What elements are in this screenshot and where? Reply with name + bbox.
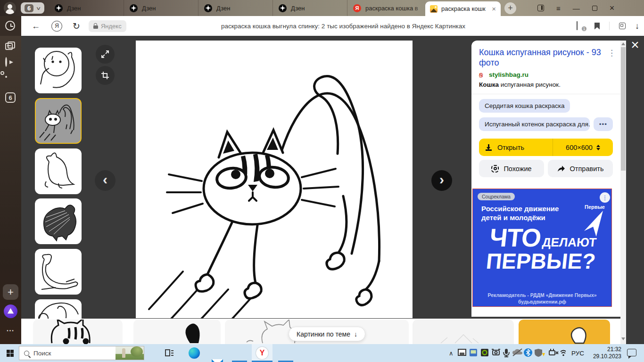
screenshot-icon[interactable]	[5, 76, 16, 87]
related-thumbnail[interactable]	[413, 320, 514, 344]
start-button[interactable]	[7, 350, 14, 357]
prev-image-button[interactable]: ‹	[95, 170, 116, 191]
expand-icon	[101, 50, 109, 58]
thumbnail-1[interactable]	[35, 48, 82, 93]
feed-icon[interactable]	[5, 41, 16, 52]
reload-icon[interactable]: ↻	[73, 21, 80, 32]
tab-dzen-1[interactable]: Дзен	[49, 0, 124, 16]
tab-dzen-2[interactable]: Дзен	[124, 0, 198, 16]
alice-assistant-icon[interactable]	[4, 304, 17, 318]
app-tray-icon[interactable]	[470, 349, 477, 356]
microphone-icon[interactable]	[504, 349, 509, 357]
crop-button[interactable]	[96, 66, 115, 85]
rail-top-spacer	[0, 16, 21, 36]
scrollbar-up-arrow[interactable]	[621, 42, 625, 45]
language-indicator[interactable]: РУС	[571, 350, 584, 357]
tag-chip-2[interactable]: Испуганный котенок раскраска для...	[479, 117, 590, 131]
ad-banner[interactable]: Соцреклама ⋮ Российское движениедетей и …	[472, 189, 612, 307]
main-image[interactable]	[136, 41, 413, 318]
next-image-button[interactable]: ›	[431, 170, 452, 191]
minimize-button[interactable]: —	[573, 4, 580, 12]
bookmark-icon[interactable]	[594, 23, 600, 30]
browser-window: 6 ∨ Дзен Дзен Дзен Дзен Яраскраска кошка…	[0, 0, 644, 362]
tab-images-active[interactable]: раскраска кошк ×	[425, 1, 501, 16]
wifi-icon[interactable]	[561, 351, 566, 356]
tray-chevron-icon[interactable]: ∧	[449, 350, 454, 357]
monitor-icon[interactable]	[458, 349, 466, 355]
related-thumbnail[interactable]	[33, 320, 123, 344]
thumbnail-6[interactable]	[35, 299, 82, 319]
rail-add-button[interactable]: +	[3, 284, 18, 300]
kebab-menu-icon[interactable]: ⋮	[608, 48, 616, 58]
similar-button[interactable]: Похожие	[479, 160, 544, 177]
tabs-counter-icon[interactable]: 6	[5, 92, 16, 103]
size-selector[interactable]: 600×600	[553, 139, 613, 156]
tab-search[interactable]: Яраскраска кошка в	[347, 0, 425, 16]
yandex-icon: Я	[353, 4, 361, 12]
camera-icon[interactable]	[492, 349, 500, 355]
fullscreen-button[interactable]	[96, 45, 115, 64]
tab-close-icon[interactable]: ×	[492, 5, 496, 13]
thumbnail-5[interactable]	[35, 249, 82, 295]
download-icon[interactable]: ↓	[635, 21, 639, 31]
search-engine-chip[interactable]: Яндекс	[89, 20, 126, 32]
window-close-button[interactable]: ×	[610, 3, 615, 13]
date: 29.10.2023	[587, 353, 621, 360]
taskbar-search[interactable]: Поиск	[19, 346, 144, 360]
related-thumbnail[interactable]	[133, 320, 221, 344]
side-panel-icon[interactable]	[537, 5, 544, 11]
related-thumbnail[interactable]	[519, 320, 610, 344]
divider	[609, 22, 610, 30]
tag-chip-1[interactable]: Сердитая кошка раскраска	[479, 99, 570, 113]
image-title-link[interactable]: Кошка испуганная рисунок - 93 фото	[479, 47, 606, 68]
system-tray: ∧	[449, 347, 566, 359]
time: 21:32	[587, 346, 621, 353]
nvidia-icon[interactable]	[481, 349, 488, 356]
more-tags-chip[interactable]: •••	[594, 117, 613, 131]
yandex-services-icon[interactable]: Я	[51, 21, 62, 32]
send-button[interactable]: Отправить	[548, 160, 613, 177]
scrollbar-down-arrow[interactable]	[621, 337, 625, 340]
dzen-icon	[55, 4, 63, 12]
thumbnail-2-selected[interactable]	[35, 98, 82, 144]
history-clock-icon[interactable]	[5, 21, 15, 31]
divider	[471, 94, 620, 94]
address-toolbar: ← Я ↻ Яндекс раскраска кошка выгнула спи…	[21, 16, 644, 36]
notifications-icon[interactable]	[627, 349, 636, 356]
thumbnail-4[interactable]	[35, 198, 82, 244]
video-icon[interactable]	[5, 58, 16, 69]
restore-button[interactable]	[592, 6, 597, 11]
taskbar-clock[interactable]: 21:32 29.10.2023	[587, 346, 621, 360]
related-images-button[interactable]: Картинки по теме ↓	[289, 327, 365, 341]
rail-more-icon[interactable]: •••	[0, 328, 21, 333]
thumbnail-3[interactable]	[35, 148, 82, 194]
profile-avatar[interactable]	[4, 2, 16, 14]
tab-group-pill[interactable]: 6 ∨	[21, 2, 44, 14]
bluetooth-icon[interactable]	[524, 348, 532, 357]
ad-disclaimer: Рекламодатель - РДДМ «Движение Первых»бу…	[473, 292, 611, 305]
viewer-close-button[interactable]: ×	[627, 38, 643, 54]
image-description: Кошка испуганная рисунок.	[479, 81, 613, 88]
scrollbar-thumb[interactable]	[621, 47, 626, 171]
dzen-icon	[279, 4, 287, 12]
source-link[interactable]: stylishbag.ru	[489, 71, 528, 78]
crop-icon	[101, 71, 109, 80]
new-tab-button[interactable]: +	[504, 2, 516, 14]
tab-dzen-4[interactable]: Дзен	[272, 0, 347, 16]
back-icon[interactable]: ←	[32, 21, 40, 31]
tab-dzen-3[interactable]: Дзен	[198, 0, 272, 16]
mail-icon[interactable]	[212, 359, 223, 362]
gift-icon[interactable]: 1	[577, 22, 585, 30]
search-daily-image	[116, 346, 144, 360]
onedrive-off-icon[interactable]	[512, 349, 522, 356]
download-icon	[486, 144, 492, 151]
collections-icon[interactable]	[619, 23, 626, 29]
edge-icon[interactable]	[189, 347, 200, 359]
chevron-down-icon: ∨	[36, 6, 41, 11]
yandex-browser-icon[interactable]: Y	[256, 347, 268, 359]
open-button[interactable]: Открыть 600×600	[479, 139, 613, 156]
security-shield-icon[interactable]	[535, 349, 545, 357]
power-icon[interactable]	[549, 349, 558, 355]
menu-icon[interactable]: ≡	[556, 4, 561, 12]
ad-menu-icon[interactable]: ⋮	[600, 192, 610, 203]
